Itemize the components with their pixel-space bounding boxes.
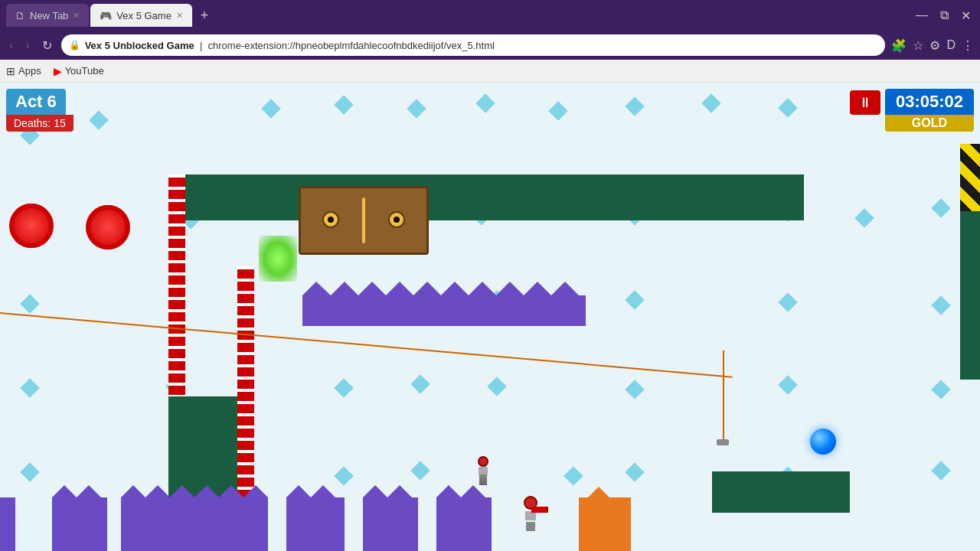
diamond	[89, 110, 108, 129]
blue-orb	[810, 429, 836, 455]
svg-marker-19	[311, 485, 335, 497]
diamond	[854, 208, 874, 227]
bookmarks-youtube[interactable]: ▶ YouTube	[54, 65, 104, 77]
svg-marker-8	[524, 282, 551, 295]
chest-eye-right	[388, 211, 405, 228]
forward-button[interactable]: ›	[22, 37, 32, 54]
youtube-label: YouTube	[65, 65, 104, 77]
player-character	[473, 456, 493, 487]
bottom-platform-4	[286, 497, 345, 551]
death-marker	[531, 507, 548, 513]
diamond	[778, 98, 797, 117]
game-area: Act 6 Deaths: 15 03:05:02 GOLD	[0, 83, 980, 551]
svg-marker-15	[194, 485, 219, 497]
vex5-tab-close[interactable]: ✕	[176, 11, 183, 21]
svg-marker-11	[77, 485, 101, 497]
svg-marker-2	[358, 282, 386, 295]
saw-circle-1	[9, 204, 54, 248]
bottom-platform-6	[436, 497, 492, 551]
diamond	[625, 290, 644, 309]
diamond	[475, 93, 495, 112]
hud-top-left: Act 6 Deaths: 15	[6, 89, 74, 132]
svg-marker-9	[551, 282, 579, 295]
diamond	[334, 466, 353, 485]
svg-marker-6	[469, 282, 496, 295]
tab-new-tab[interactable]: 🗋 New Tab ✕	[6, 4, 89, 27]
settings-icon[interactable]: ⚙	[929, 38, 940, 53]
diamond	[20, 378, 39, 397]
profile-icon[interactable]: D	[946, 38, 956, 52]
diamond	[778, 292, 797, 311]
diamond	[20, 462, 39, 481]
rope-vertical	[723, 350, 724, 442]
timer-display: 03:05:02	[885, 89, 974, 115]
player-head	[478, 456, 488, 467]
diamond	[564, 466, 583, 485]
bottom-right-platform	[712, 471, 850, 513]
diamond	[407, 99, 426, 118]
window-controls: — ⧉ ✕	[913, 5, 974, 26]
diamond	[410, 374, 430, 393]
svg-marker-3	[386, 282, 413, 295]
new-tab-favicon: 🗋	[15, 10, 25, 21]
svg-marker-1	[331, 282, 358, 295]
bookmark-star-icon[interactable]: ☆	[913, 38, 923, 53]
chest	[299, 186, 429, 255]
player-legs	[479, 474, 487, 485]
tab-vex5[interactable]: 🎮 Vex 5 Game ✕	[90, 4, 192, 27]
diamond	[701, 93, 720, 112]
diamond	[625, 96, 644, 116]
close-button[interactable]: ✕	[958, 5, 974, 26]
diamond	[931, 380, 950, 399]
bottom-platform-2	[52, 497, 107, 551]
pause-button[interactable]	[850, 90, 880, 115]
svg-marker-0	[302, 282, 331, 295]
url-full: chrome-extension://hpneobeplmfdahlecoofn…	[208, 40, 495, 51]
diamond	[261, 99, 280, 118]
diamond	[410, 461, 430, 480]
diamond	[931, 295, 950, 315]
diamond	[334, 95, 353, 114]
apps-label: Apps	[18, 65, 41, 77]
rope-anchor	[717, 439, 729, 445]
saw-circle-2	[86, 205, 130, 249]
vex5-favicon: 🎮	[100, 10, 112, 21]
minimize-button[interactable]: —	[913, 5, 931, 26]
diamond	[20, 294, 39, 313]
bookmarks-apps[interactable]: ⊞ Apps	[6, 65, 41, 77]
url-text: Vex 5 Unblocked Game | chrome-extension:…	[85, 40, 878, 51]
svg-marker-20	[363, 485, 387, 497]
bottom-player-icon	[511, 496, 550, 536]
apps-grid-icon: ⊞	[6, 65, 15, 77]
svg-marker-4	[413, 282, 441, 295]
diamond	[931, 461, 950, 480]
restore-button[interactable]: ⧉	[937, 5, 952, 26]
svg-marker-7	[496, 282, 524, 295]
diamond	[487, 377, 506, 396]
spiky-platform	[302, 295, 586, 326]
bottom-platform-3	[121, 497, 268, 551]
url-bar[interactable]: 🔒 Vex 5 Unblocked Game | chrome-extensio…	[61, 34, 886, 56]
svg-marker-24	[588, 487, 609, 497]
orange-block	[579, 497, 631, 551]
hud-top-right: 03:05:02 GOLD	[885, 89, 974, 132]
svg-marker-14	[170, 485, 194, 497]
vex5-tab-label: Vex 5 Game	[116, 10, 172, 21]
svg-marker-5	[441, 282, 469, 295]
svg-marker-13	[145, 485, 170, 497]
new-tab-label: New Tab	[30, 10, 68, 21]
svg-marker-21	[387, 485, 412, 497]
deaths-label: Deaths: 15	[6, 115, 74, 132]
reload-button[interactable]: ↻	[39, 37, 55, 54]
youtube-icon: ▶	[54, 65, 62, 77]
add-tab-button[interactable]: +	[194, 5, 215, 26]
back-button[interactable]: ‹	[6, 37, 16, 54]
new-tab-close[interactable]: ✕	[73, 11, 80, 21]
bottom-platform-1	[0, 497, 15, 551]
menu-icon[interactable]: ⋮	[962, 38, 974, 53]
upper-right-platform	[590, 174, 796, 220]
extensions-icon[interactable]: 🧩	[891, 38, 906, 53]
diamond	[625, 380, 644, 399]
diamond	[931, 198, 950, 217]
diamond	[778, 375, 797, 394]
